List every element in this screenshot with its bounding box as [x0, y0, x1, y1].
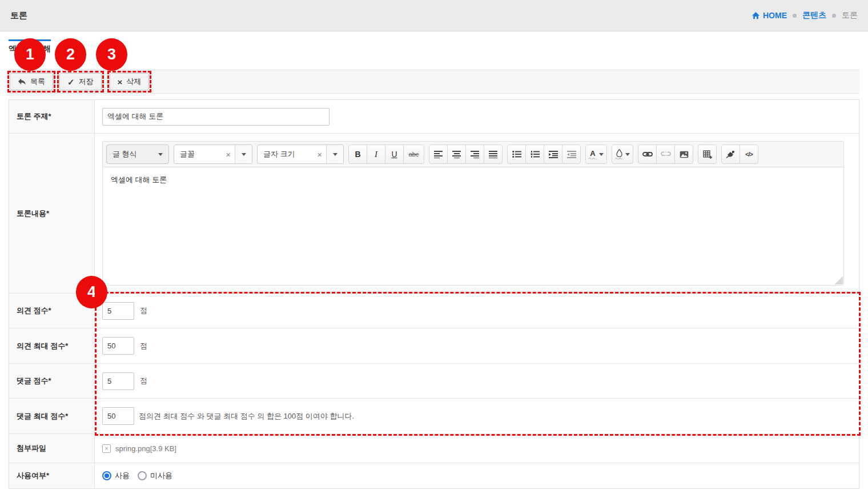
rich-text-editor: 글 형식 글꼴 × 글자 크기 × — [102, 141, 844, 286]
remove-format-icon — [726, 150, 736, 159]
tab-bar: 엑셀에 대해 — [9, 39, 859, 54]
font-color-group: A — [585, 144, 607, 164]
list-button[interactable]: 목록 — [10, 73, 53, 90]
align-center-icon — [452, 150, 461, 158]
chevron-down-icon — [158, 153, 163, 156]
editor-toolbar: 글 형식 글꼴 × 글자 크기 × — [103, 142, 843, 167]
editor-body: 엑셀에 대해 토론 — [103, 167, 843, 285]
resize-handle[interactable] — [834, 275, 843, 284]
align-justify-icon — [489, 150, 498, 158]
reply-max-score-help-text: 점의견 최대 점수 와 댓글 최대 점수 의 합은 100점 이여야 합니다. — [139, 411, 354, 421]
chevron-down-icon — [599, 153, 604, 156]
remove-link-button[interactable] — [656, 144, 675, 164]
align-right-button[interactable] — [465, 144, 484, 164]
reply-score-input[interactable] — [102, 372, 134, 390]
strikethrough-button[interactable]: abc — [403, 144, 424, 164]
paragraph-format-select[interactable]: 글 형식 — [106, 144, 169, 164]
save-button[interactable]: ✓ 저장 — [59, 73, 102, 90]
list-button-label: 목록 — [30, 77, 45, 87]
use-status-label: 사용여부* — [9, 463, 95, 488]
delete-button[interactable]: × 삭제 — [110, 73, 150, 90]
paragraph-format-label: 글 형식 — [112, 149, 137, 159]
ordered-list-button[interactable] — [525, 144, 544, 164]
text-style-group: B I U abc — [348, 144, 424, 164]
align-right-icon — [471, 150, 480, 158]
opinion-score-suffix: 점 — [140, 306, 147, 316]
opinion-max-score-input[interactable] — [102, 337, 134, 355]
action-toolbar: 목록 ✓ 저장 × 삭제 — [9, 70, 859, 94]
align-justify-button[interactable] — [484, 144, 503, 164]
align-group — [429, 144, 503, 164]
row-opinion-max-score: 의견 최대 점수* 점 — [9, 328, 859, 364]
close-icon: × — [118, 78, 123, 86]
table-group — [698, 144, 717, 164]
breadcrumb-separator-icon — [832, 14, 836, 18]
font-family-select[interactable]: 글꼴 × — [174, 144, 252, 164]
link-media-group — [638, 144, 693, 164]
row-attachment: 첨부파일 × spring.png[3.9 KB] — [9, 434, 859, 463]
radio-selected-icon[interactable] — [102, 471, 111, 480]
font-family-dropdown-button[interactable] — [235, 145, 252, 163]
breadcrumb-home-link[interactable]: HOME — [752, 11, 787, 20]
radio-option-use[interactable]: 사용 — [102, 471, 130, 481]
row-use-status: 사용여부* 사용 미사용 — [9, 463, 859, 488]
row-opinion-score: 의견 점수* 점 — [9, 294, 859, 328]
outdent-icon — [567, 150, 576, 158]
insert-link-button[interactable] — [638, 144, 657, 164]
droplet-icon — [616, 149, 623, 157]
breadcrumb-item-contents[interactable]: 콘텐츠 — [802, 10, 826, 21]
opinion-max-score-label: 의견 최대 점수* — [9, 328, 95, 363]
highlight-color-button[interactable] — [612, 144, 633, 164]
attachment-item: × spring.png[3.9 KB] — [102, 444, 176, 453]
insert-image-button[interactable] — [674, 144, 693, 164]
indent-button[interactable] — [544, 144, 562, 164]
editor-content-area[interactable]: 엑셀에 대해 토론 — [103, 167, 843, 192]
breadcrumb-home-label: HOME — [763, 11, 787, 20]
callout-box-3: × 삭제 — [107, 71, 152, 93]
remove-format-button[interactable] — [721, 144, 740, 164]
save-button-label: 저장 — [79, 77, 94, 87]
clear-icon[interactable]: × — [313, 150, 326, 159]
topic-label: 토론 주제* — [9, 100, 95, 133]
opinion-score-input[interactable] — [102, 302, 134, 320]
reply-max-score-input[interactable] — [102, 407, 134, 425]
callout-box-1: 목록 — [7, 71, 55, 93]
radio-unselected-icon[interactable] — [138, 471, 147, 480]
breadcrumb-separator-icon — [793, 14, 797, 18]
underline-button[interactable]: U — [385, 144, 404, 164]
use-status-radio-group: 사용 미사용 — [102, 471, 172, 481]
discussion-form: 토론 주제* 토론내용* 글 형식 글꼴 × — [9, 99, 859, 489]
row-topic: 토론 주제* — [9, 100, 859, 134]
back-arrow-icon — [18, 78, 26, 86]
table-icon — [703, 150, 712, 159]
attachment-file-name[interactable]: spring.png[3.9 KB] — [115, 444, 176, 453]
align-left-button[interactable] — [429, 144, 448, 164]
misc-group: </> — [721, 144, 758, 164]
chevron-down-icon — [242, 153, 246, 156]
home-icon — [752, 11, 760, 20]
chevron-down-icon — [625, 153, 630, 156]
font-color-button[interactable]: A — [585, 144, 607, 164]
italic-button[interactable]: I — [367, 144, 385, 164]
topic-input[interactable] — [102, 108, 329, 126]
font-size-select[interactable]: 글자 크기 × — [257, 144, 344, 164]
opinion-max-score-suffix: 점 — [140, 341, 147, 351]
insert-table-button[interactable] — [698, 144, 717, 164]
code-view-button[interactable]: </> — [740, 144, 758, 164]
unordered-list-button[interactable] — [507, 144, 526, 164]
align-center-button[interactable] — [447, 144, 466, 164]
reply-score-label: 댓글 점수* — [9, 364, 95, 398]
bold-button[interactable]: B — [348, 144, 367, 164]
clear-icon[interactable]: × — [222, 150, 235, 159]
tab-active-item[interactable]: 엑셀에 대해 — [9, 39, 51, 54]
font-color-icon: A — [590, 150, 595, 157]
highlight-color-group — [612, 144, 633, 164]
unordered-list-icon — [512, 150, 521, 158]
attachment-remove-icon[interactable]: × — [102, 444, 111, 453]
underline-icon: U — [391, 150, 397, 159]
outdent-button[interactable] — [562, 144, 581, 164]
font-size-dropdown-button[interactable] — [326, 145, 343, 163]
attachment-label: 첨부파일 — [9, 434, 95, 463]
radio-option-unuse[interactable]: 미사용 — [138, 471, 172, 481]
strikethrough-icon: abc — [409, 151, 419, 158]
